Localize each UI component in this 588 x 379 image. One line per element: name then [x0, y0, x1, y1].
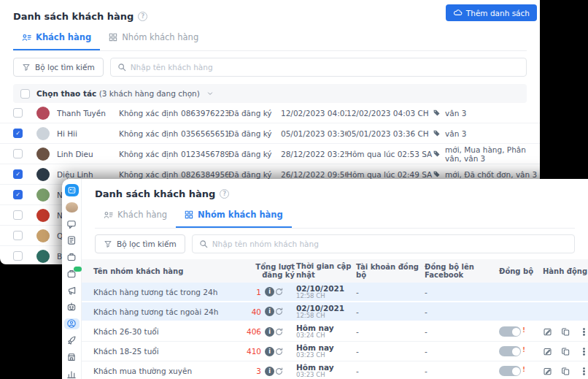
group-search-input[interactable] — [212, 240, 568, 248]
row-checkbox[interactable] — [13, 149, 23, 158]
warning-icon: ! — [522, 366, 525, 373]
avatar — [36, 148, 50, 161]
edit-icon[interactable] — [543, 327, 552, 337]
rocket-icon[interactable] — [64, 335, 80, 346]
search-icon — [117, 63, 126, 72]
bulk-actions-bar[interactable]: Chọn thao tác (3 khách hàng đang chọn) — [13, 84, 527, 103]
refresh-icon[interactable] — [274, 307, 284, 316]
filter-button[interactable]: Bộ lọc tìm kiếm — [13, 58, 104, 77]
customer-phone: 0863976223 — [181, 109, 228, 118]
info-icon[interactable]: i — [265, 367, 274, 376]
group-count: 406 — [247, 327, 261, 336]
group-sync-account: - — [356, 347, 425, 356]
app-logo[interactable] — [65, 184, 79, 196]
customer-date-created: 05/01/2023 03:36 CH — [281, 129, 347, 138]
sync-toggle[interactable] — [499, 366, 521, 376]
group-updated-time: 03:24 CH — [296, 332, 356, 339]
customer-date-updated: 12/02/2023 04:03 CH — [347, 109, 433, 118]
customer-reg-status: Đã đăng ký — [228, 170, 281, 179]
customer-date-updated: Hôm qua lúc 02:53 SA — [347, 150, 433, 158]
edit-icon[interactable] — [543, 367, 552, 376]
group-row[interactable]: Khách 18-25 tuổi 410i Hôm nay03:23 CH - … — [82, 342, 588, 361]
sync-toggle[interactable] — [499, 346, 521, 356]
store-icon[interactable] — [64, 351, 80, 362]
row-checkbox[interactable] — [13, 108, 23, 118]
customer-reg-status: Đã đăng ký — [228, 129, 281, 138]
refresh-icon[interactable] — [274, 327, 284, 337]
group-updated-time: 12:58 CH — [296, 293, 356, 299]
customer-name[interactable]: Diệu Linh — [57, 170, 119, 179]
info-icon[interactable]: i — [265, 307, 274, 316]
filter-button[interactable]: Bộ lọc tìm kiếm — [95, 234, 185, 253]
analytics-icon[interactable] — [64, 368, 80, 379]
megaphone-icon[interactable] — [64, 285, 80, 296]
briefcase-icon[interactable] — [64, 252, 80, 263]
row-checkbox[interactable]: ✓ — [13, 129, 23, 138]
help-icon[interactable]: ? — [138, 12, 147, 21]
refresh-icon[interactable] — [274, 347, 284, 356]
group-sync-account: - — [356, 288, 425, 296]
row-checkbox[interactable]: ✓ — [13, 169, 23, 179]
group-name[interactable]: Khách hàng tương tác trong 24h — [93, 288, 233, 296]
refresh-icon[interactable] — [274, 367, 284, 376]
group-row[interactable]: Khách 26-30 tuổi 406i Hôm nay03:24 CH - … — [82, 322, 588, 342]
sync-toggle[interactable] — [499, 326, 521, 337]
row-checkbox[interactable] — [13, 251, 23, 261]
user-avatar[interactable] — [66, 202, 78, 213]
customer-status: Không xác định — [119, 170, 181, 179]
row-checkbox[interactable] — [13, 210, 23, 220]
group-row[interactable]: Khách hàng tương tác trong 24h 1i 02/10/… — [82, 283, 588, 302]
select-all-checkbox[interactable] — [20, 89, 30, 99]
avatar — [36, 209, 50, 222]
group-row[interactable]: Khách hàng tương tác ngoài 24h 40i 02/10… — [82, 302, 588, 322]
table-row[interactable]: ✓ Hi Hii Không xác định 0356565651 Đã đă… — [0, 123, 540, 144]
group-name[interactable]: Khách 18-25 tuổi — [93, 347, 233, 356]
group-sync-account: - — [356, 367, 425, 375]
copy-icon[interactable] — [561, 367, 570, 376]
bot-icon[interactable] — [64, 302, 80, 313]
row-checkbox[interactable] — [13, 231, 23, 240]
help-icon[interactable]: ? — [220, 189, 229, 199]
customer-tags: mới, Đã chốt đơn, vân 3 — [445, 170, 537, 179]
tab-groups-label: Nhóm khách hàng — [122, 32, 198, 42]
chat-icon[interactable] — [64, 218, 80, 229]
posts-icon[interactable] — [64, 235, 80, 246]
customer-name[interactable]: Hi Hii — [57, 129, 119, 138]
group-count: 3 — [256, 367, 261, 375]
group-updated-time: 12:58 CH — [296, 313, 356, 319]
group-name[interactable]: Khách mua thường xuyên — [93, 367, 233, 375]
customer-date-created: 26/12/2022 09:56 SA — [281, 170, 347, 179]
cloud-icon — [453, 8, 463, 18]
tag-icon — [433, 170, 441, 178]
group-row[interactable]: Khách mua thường xuyên 3i Hôm nay03:23 C… — [82, 361, 588, 379]
search-input[interactable] — [131, 63, 519, 72]
tab-customers[interactable]: Khách hàng — [13, 26, 100, 50]
tab-groups[interactable]: Nhóm khách hàng — [100, 26, 207, 50]
group-name[interactable]: Khách 26-30 tuổi — [93, 327, 233, 336]
kebab-menu-icon[interactable] — [579, 347, 588, 356]
refresh-icon[interactable] — [274, 287, 284, 296]
tab-groups[interactable]: Nhóm khách hàng — [176, 204, 292, 228]
customer-name[interactable]: Thanh Tuyền — [57, 109, 119, 118]
copy-icon[interactable] — [561, 327, 570, 337]
customer-status: Không xác định — [119, 129, 181, 138]
header-actions: Hành động — [543, 267, 588, 275]
customer-name[interactable]: Linh Dieu — [57, 150, 119, 158]
row-checkbox[interactable]: ✓ — [13, 190, 23, 199]
group-name[interactable]: Khách hàng tương tác ngoài 24h — [93, 307, 233, 316]
kebab-menu-icon[interactable] — [579, 327, 588, 337]
info-icon[interactable]: i — [265, 287, 274, 296]
info-icon[interactable]: i — [265, 327, 274, 337]
edit-icon[interactable] — [543, 347, 552, 356]
page-title: Danh sách khách hàng — [13, 11, 134, 22]
briefcase-new-icon[interactable] — [64, 269, 80, 280]
copy-icon[interactable] — [561, 347, 570, 356]
table-row[interactable]: Linh Dieu Không xác định 0123456789 Đã đ… — [0, 144, 540, 164]
info-icon[interactable]: i — [265, 347, 274, 356]
funnel-icon — [22, 63, 31, 72]
add-list-button[interactable]: Thêm danh sách — [446, 4, 537, 21]
customers-icon[interactable] — [64, 318, 80, 329]
table-row[interactable]: Thanh Tuyền Không xác định 0863976223 Đã… — [0, 103, 540, 123]
tab-customers[interactable]: Khách hàng — [95, 204, 176, 228]
kebab-menu-icon[interactable] — [579, 367, 588, 376]
